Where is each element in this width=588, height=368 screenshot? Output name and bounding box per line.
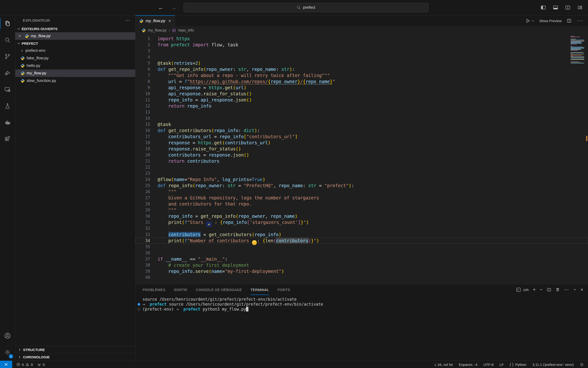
cursor-position[interactable]: L 34, col 54	[435, 363, 453, 367]
code-line[interactable]: 17 contributors_url = repo_info["contrib…	[135, 133, 588, 140]
remote-indicator[interactable]	[0, 361, 12, 368]
toggle-panel-icon[interactable]	[553, 5, 558, 10]
code-line[interactable]: 7 """Get info about a repo - will retry …	[135, 72, 588, 78]
customize-layout-icon[interactable]	[577, 5, 583, 10]
panel-tab-terminal[interactable]: TERMINAL	[250, 284, 269, 295]
code-line[interactable]: 38 # create your first deployment	[135, 262, 588, 268]
notifications-bell-icon[interactable]	[580, 363, 584, 367]
command-decoration-hollow[interactable]	[138, 308, 140, 311]
code-line[interactable]: 25def repo_info(repo_owner: str = "Prefe…	[135, 183, 588, 189]
code-line[interactable]: 40	[135, 274, 588, 280]
language-mode[interactable]: { } Python	[510, 363, 526, 367]
code-line[interactable]: 39 repo_info.serve(name="my-first-deploy…	[135, 268, 588, 274]
code-line[interactable]: 3	[135, 48, 588, 54]
project-header[interactable]: PREFECT	[15, 40, 135, 47]
panel-tab-console de débogage[interactable]: CONSOLE DE DÉBOGAGE	[196, 284, 242, 295]
command-center-search[interactable]: prefect	[184, 3, 429, 12]
code-line[interactable]: 36	[135, 250, 588, 256]
indentation[interactable]: Espaces : 4	[459, 363, 477, 367]
code-line[interactable]: 23	[135, 170, 588, 176]
split-terminal-icon[interactable]	[547, 287, 551, 292]
close-panel-icon[interactable]: ×	[580, 287, 583, 292]
code-line[interactable]: 29 """	[135, 207, 588, 213]
sidebar-item-prefect-env[interactable]: prefect-env	[15, 47, 135, 54]
panel-tab-ports[interactable]: PORTS	[278, 284, 290, 295]
encoding[interactable]: UTF-8	[483, 363, 493, 367]
shell-label[interactable]: zsh	[523, 288, 528, 292]
command-decoration-filled[interactable]	[138, 303, 140, 306]
open-editors-header[interactable]: ÉDITEURS OUVERTS	[15, 25, 135, 32]
code-line[interactable]: 34 print(f"Number of contributors 👷: {le…	[135, 238, 588, 244]
toggle-primary-sidebar-icon[interactable]	[541, 5, 546, 10]
sidebar-item-slow_function.py[interactable]: slow_function.py	[15, 77, 135, 84]
code-line[interactable]: 27 Given a GitHub repository, logs the n…	[135, 195, 588, 201]
show-preview-button[interactable]: Show Preview	[539, 19, 562, 23]
tab-close-icon[interactable]: ×	[168, 18, 171, 24]
maximize-panel-icon[interactable]	[573, 288, 576, 291]
code-line[interactable]: 31 print(f"Stars 🌠 : {repo_info['stargaz…	[135, 219, 588, 225]
code-line[interactable]: 15@task	[135, 121, 588, 127]
code-line[interactable]: 33 contributors = get_contributors(repo_…	[135, 231, 588, 238]
search-view-icon[interactable]	[0, 32, 15, 48]
code-line[interactable]: 18 response = httpx.get(contributors_url…	[135, 140, 588, 146]
terminal-output[interactable]: source /Users/henricourdent/git/prefect/…	[135, 295, 588, 312]
open-editor-item[interactable]: × my_flow.py	[15, 32, 135, 40]
panel-tab-sortie[interactable]: SORTIE	[174, 284, 187, 295]
minimap[interactable]	[570, 36, 585, 64]
panel-more-icon[interactable]: ⋯	[564, 287, 569, 292]
code-line[interactable]: 10 api_response.raise_for_status()	[135, 91, 588, 97]
code-line[interactable]: 9 api_response = httpx.get(url)	[135, 84, 588, 91]
sidebar-more-icon[interactable]: ⋯	[125, 18, 130, 23]
terminal-dropdown-icon[interactable]	[540, 288, 543, 291]
code-line[interactable]: 8 url = f"https://api.github.com/repos/{…	[135, 78, 588, 84]
code-line[interactable]: 26 """	[135, 189, 588, 195]
breadcrumb-file[interactable]: my_flow.py	[148, 28, 167, 32]
eol[interactable]: LF	[500, 363, 504, 367]
code-line[interactable]: 16def get_contributors(repo_info: dict):	[135, 127, 588, 133]
code-line[interactable]: 2from prefect import flow, task	[135, 42, 588, 48]
panel-tab-problèmes[interactable]: PROBLÈMES	[142, 284, 165, 295]
sidebar-item-hello.py[interactable]: hello.py	[15, 62, 135, 69]
code-line[interactable]: 35	[135, 244, 588, 250]
remote-explorer-icon[interactable]	[0, 81, 15, 98]
sidebar-item-fake_flow.py[interactable]: fake_flow.py	[15, 54, 135, 62]
close-icon[interactable]: ×	[18, 34, 23, 38]
code-line[interactable]: 1import httpx	[135, 36, 588, 42]
more-actions-icon[interactable]: ···	[577, 18, 583, 24]
python-interpreter[interactable]: 3.11.1 ('prefect-env': venv)	[532, 363, 574, 367]
back-arrow-icon[interactable]: ←	[158, 4, 164, 11]
extensions-icon[interactable]	[0, 131, 15, 147]
code-editor[interactable]: 1import httpx2from prefect import flow, …	[135, 35, 588, 284]
code-line[interactable]: 13	[135, 109, 588, 115]
code-line[interactable]: 4	[135, 54, 588, 60]
code-line[interactable]: 37if __name__ == "__main__":	[135, 256, 588, 262]
settings-gear-icon[interactable]: 1	[0, 344, 15, 360]
code-line[interactable]: 24@flow(name="Repo Info", log_prints=Tru…	[135, 176, 588, 183]
code-line[interactable]: 28 and contributors for that repo.	[135, 201, 588, 207]
breadcrumb-symbol[interactable]: repo_info	[178, 28, 194, 32]
run-python-icon[interactable]	[526, 18, 534, 23]
tab-my-flow[interactable]: my_flow.py ×	[135, 15, 175, 26]
code-line[interactable]: 22	[135, 164, 588, 170]
code-line[interactable]: 32	[135, 225, 588, 231]
toggle-secondary-sidebar-icon[interactable]	[565, 5, 570, 10]
forward-arrow-icon[interactable]: →	[171, 4, 176, 11]
explorer-icon[interactable]	[0, 15, 15, 32]
testing-icon[interactable]	[0, 98, 15, 114]
new-terminal-icon[interactable]: +	[533, 287, 536, 292]
kill-terminal-icon[interactable]	[555, 287, 560, 292]
timeline-section[interactable]: CHRONOLOGIE	[15, 353, 135, 360]
source-control-icon[interactable]	[0, 48, 15, 65]
code-line[interactable]: 30 repo_info = get_repo_info(repo_owner,…	[135, 213, 588, 219]
docker-icon[interactable]	[0, 114, 15, 131]
code-line[interactable]: 12 return repo_info	[135, 103, 588, 109]
code-line[interactable]: 20 contributors = response.json()	[135, 152, 588, 158]
problems-status[interactable]: 0 0	[17, 363, 33, 367]
run-debug-icon[interactable]	[0, 65, 15, 81]
structure-section[interactable]: STRUCTURE	[15, 346, 135, 353]
code-line[interactable]: 14	[135, 115, 588, 121]
code-line[interactable]: 5@task(retries=2)	[135, 60, 588, 66]
account-icon[interactable]	[0, 328, 15, 344]
ports-status[interactable]: 0	[37, 363, 45, 367]
sidebar-item-my_flow.py[interactable]: my_flow.py	[15, 69, 135, 77]
